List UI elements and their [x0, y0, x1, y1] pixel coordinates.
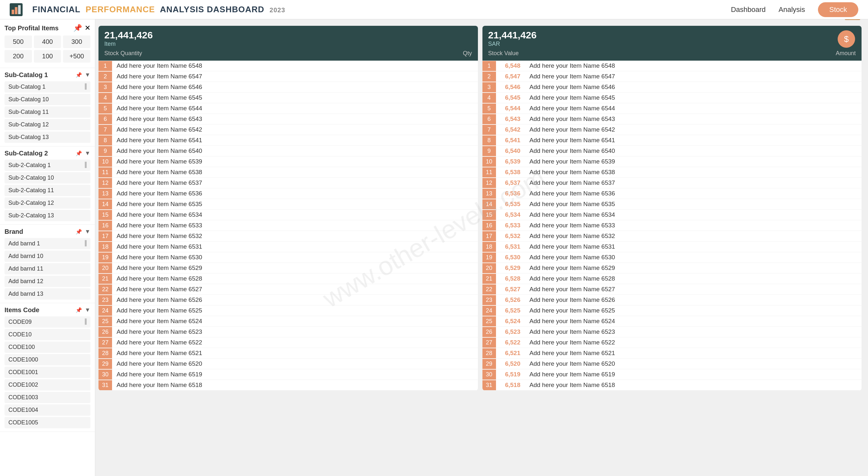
- rank-cell: 7: [483, 125, 496, 135]
- table-row: 20 Add here your Item Name 6529: [98, 263, 478, 273]
- rank-cell: 5: [98, 104, 112, 113]
- table-row: 7 6,542 Add here your Item Name 6542: [483, 125, 862, 135]
- filter-list-item[interactable]: Add barnd 1 ▐: [4, 238, 90, 249]
- rank-cell: 5: [483, 104, 496, 113]
- nav-dashboard[interactable]: Dashboard: [731, 5, 766, 14]
- table-row: 28 6,521 Add here your Item Name 6521: [483, 348, 862, 359]
- pin-icon[interactable]: 📌: [75, 229, 82, 235]
- filter-list-item[interactable]: Sub-Catalog 10: [4, 94, 90, 105]
- filter-list-item[interactable]: CODE1002: [4, 379, 90, 390]
- pin-icon[interactable]: 📌: [73, 24, 82, 32]
- rank-cell: 15: [483, 210, 496, 220]
- pin-icon[interactable]: 📌: [75, 307, 82, 313]
- item-name-cell: Add here your Item Name 6520: [525, 359, 862, 369]
- filter-list-item[interactable]: CODE1005: [4, 417, 90, 428]
- rank-cell: 11: [98, 167, 112, 177]
- rank-cell: 30: [98, 370, 112, 380]
- table-row: 3 6,546 Add here your Item Name 6546: [483, 82, 862, 93]
- top-profital-item[interactable]: 200: [4, 50, 32, 63]
- rank-cell: 14: [98, 199, 112, 209]
- filter-list-item[interactable]: Add barnd 11: [4, 263, 90, 274]
- top-profital-item[interactable]: 300: [63, 35, 90, 48]
- rank-cell: 11: [483, 167, 496, 177]
- table-row: 15 6,534 Add here your Item Name 6534: [483, 210, 862, 220]
- top-profital-grid: 500 400 300 200 100 +500: [4, 35, 90, 63]
- chevron-down-icon[interactable]: ▼: [85, 307, 90, 313]
- filter-list-item[interactable]: CODE1001: [4, 367, 90, 378]
- amount-cell: 6,519: [496, 371, 525, 378]
- table-row: 13 6,536 Add here your Item Name 6536: [483, 188, 862, 199]
- item-name-cell: Add here your Item Name 6519: [112, 369, 449, 380]
- nav-analysis[interactable]: Analysis: [779, 5, 805, 14]
- item-name-cell: Add here your Item Name 6545: [525, 93, 862, 103]
- filter-list-item[interactable]: Sub-2-Catalog 12: [4, 197, 90, 209]
- svg-rect-3: [18, 5, 21, 14]
- top-profital-item[interactable]: +500: [63, 50, 90, 63]
- close-icon[interactable]: ✕: [85, 24, 90, 32]
- filter-list-item[interactable]: Sub-Catalog 1 ▐: [4, 81, 90, 93]
- item-name-cell: Add here your Item Name 6529: [525, 263, 862, 273]
- rank-cell: 29: [483, 359, 496, 369]
- table-row: 2 6,547 Add here your Item Name 6547: [483, 71, 862, 82]
- filter-list-item[interactable]: Sub-Catalog 11: [4, 106, 90, 118]
- rank-cell: 8: [98, 135, 112, 145]
- filter-list-item[interactable]: Sub-2-Catalog 10: [4, 172, 90, 183]
- item-name-cell: Add here your Item Name 6545: [112, 93, 449, 103]
- top-profital-item[interactable]: 500: [4, 35, 32, 48]
- filter-list-item[interactable]: Sub-2-Catalog 11: [4, 185, 90, 196]
- chevron-down-icon[interactable]: ▼: [85, 150, 90, 157]
- filter-list-item[interactable]: CODE10: [4, 329, 90, 340]
- item-name-cell: Add here your Item Name 6521: [112, 348, 449, 358]
- chevron-down-icon[interactable]: ▼: [85, 72, 90, 78]
- amount-cell: 6,546: [496, 83, 525, 91]
- filter-list-item[interactable]: CODE1003: [4, 392, 90, 403]
- table-row: 16 Add here your Item Name 6533: [98, 220, 478, 231]
- chevron-down-icon[interactable]: ▼: [85, 228, 90, 235]
- filter-list-item[interactable]: Sub-2-Catalog 13: [4, 210, 90, 221]
- rank-cell: 13: [98, 189, 112, 199]
- item-name-cell: Add here your Item Name 6544: [525, 103, 862, 113]
- rank-cell: 10: [483, 157, 496, 167]
- table-row: 23 Add here your Item Name 6526: [98, 295, 478, 305]
- sub-catalog2-section: Sub-Catalog 2 📌 ▼ Sub-2-Catalog 1 ▐ Sub-…: [0, 146, 95, 225]
- filter-list-item[interactable]: Add barnd 10: [4, 250, 90, 262]
- filter-list-item[interactable]: CODE1000: [4, 354, 90, 365]
- filter-list-item[interactable]: Sub-Catalog 13: [4, 132, 90, 143]
- item-name-cell: Add here your Item Name 6540: [112, 146, 449, 156]
- filter-list-item[interactable]: Add barnd 13: [4, 288, 90, 300]
- amount-cell: 6,526: [496, 296, 525, 303]
- amount-cell: 6,540: [496, 147, 525, 155]
- top-profital-item[interactable]: 400: [34, 35, 61, 48]
- rank-cell: 1: [483, 61, 496, 71]
- filter-list-item[interactable]: CODE1004: [4, 404, 90, 416]
- rank-cell: 17: [483, 231, 496, 241]
- filter-list-item[interactable]: CODE100: [4, 342, 90, 353]
- header: FINANCIAL PERFORMANCE ANALYSIS DASHBOARD…: [0, 0, 868, 19]
- left-col-right: Qty: [463, 50, 472, 57]
- item-name-cell: Add here your Item Name 6539: [525, 157, 862, 167]
- filter-list-item[interactable]: CODE09 ▐: [4, 316, 90, 328]
- filter-list-item[interactable]: Sub-2-Catalog 1 ▐: [4, 160, 90, 171]
- table-row: 13 Add here your Item Name 6536: [98, 188, 478, 199]
- table-row: 31 6,518 Add here your Item Name 6518: [483, 380, 862, 390]
- table-row: 16 6,533 Add here your Item Name 6533: [483, 220, 862, 231]
- nav-stock-button[interactable]: Stock: [818, 2, 858, 17]
- pin-icon[interactable]: 📌: [75, 150, 82, 157]
- item-name-cell: Add here your Item Name 6530: [525, 252, 862, 263]
- rank-cell: 28: [483, 348, 496, 358]
- sub-catalog1-title: Sub-Catalog 1: [4, 71, 48, 79]
- right-panel-col-headers: Stock Value Amount: [488, 50, 856, 57]
- rank-cell: 23: [483, 295, 496, 305]
- top-profital-item[interactable]: 100: [34, 50, 61, 63]
- table-row: 10 6,539 Add here your Item Name 6539: [483, 157, 862, 167]
- table-row: 5 Add here your Item Name 6544: [98, 103, 478, 114]
- rank-cell: 20: [98, 263, 112, 273]
- item-name-cell: Add here your Item Name 6547: [112, 71, 449, 81]
- filter-list-item[interactable]: Sub-Catalog 12: [4, 119, 90, 130]
- rank-cell: 16: [483, 220, 496, 231]
- table-row: 6 Add here your Item Name 6543: [98, 114, 478, 125]
- pin-icon[interactable]: 📌: [75, 72, 82, 78]
- filter-list-item[interactable]: Add barnd 12: [4, 276, 90, 287]
- items-code-controls: 📌 ▼: [75, 307, 90, 313]
- rank-cell: 21: [483, 274, 496, 284]
